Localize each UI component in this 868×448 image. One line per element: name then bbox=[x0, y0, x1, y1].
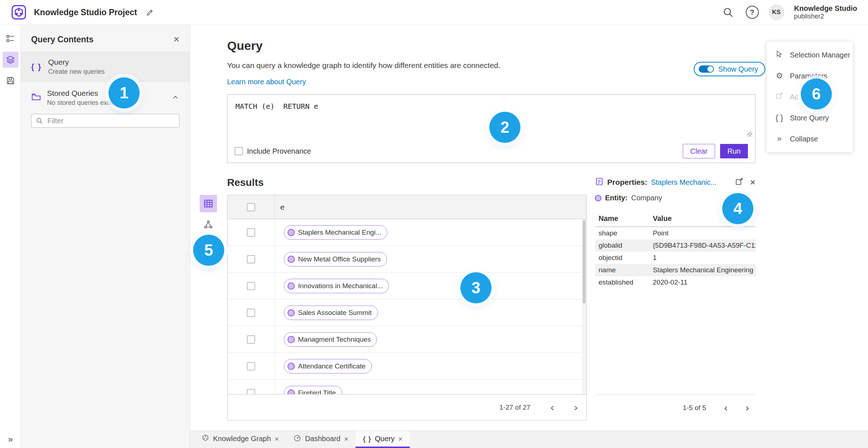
layers-icon[interactable] bbox=[3, 52, 18, 68]
entity-circle-icon bbox=[595, 195, 601, 201]
query-editor-input[interactable]: MATCH (e) RETURN e bbox=[227, 95, 755, 118]
learn-more-link[interactable]: Learn more about Query bbox=[227, 78, 306, 86]
search-icon[interactable] bbox=[720, 5, 736, 20]
callout-badge-3: 3 bbox=[460, 272, 492, 303]
stored-queries-label: Stored Queries bbox=[47, 89, 166, 98]
query-contents-panel: Query Contents × { } Query Create new qu… bbox=[21, 25, 190, 448]
results-pagination: 1-27 of 27 ‹ › bbox=[227, 394, 586, 420]
menu-collapse[interactable]: » Collapse bbox=[767, 128, 853, 149]
property-name: name bbox=[595, 266, 649, 274]
property-row: name Staplers Mechanical Engineering bbox=[595, 264, 756, 276]
edit-title-icon[interactable] bbox=[146, 8, 154, 17]
callout-badge-4: 4 bbox=[722, 193, 753, 224]
entity-chip-label: New Metal Office Suppliers bbox=[298, 255, 381, 263]
chevron-right-icon[interactable]: › bbox=[746, 403, 749, 413]
table-row: Innovations in Mechanical... bbox=[227, 273, 586, 299]
row-checkbox[interactable] bbox=[247, 255, 255, 263]
callout-badge-6: 6 bbox=[801, 78, 832, 110]
filter-input[interactable] bbox=[31, 114, 179, 128]
close-icon[interactable]: × bbox=[275, 435, 279, 443]
user-info: Knowledge Studio publisher2 bbox=[794, 4, 857, 21]
include-provenance-label: Include Provenance bbox=[247, 147, 311, 155]
close-icon[interactable]: × bbox=[344, 435, 348, 443]
entity-chip[interactable]: New Metal Office Suppliers bbox=[284, 252, 387, 266]
icon-rail: » bbox=[0, 25, 21, 448]
property-name: shape bbox=[595, 229, 649, 237]
chevron-left-icon[interactable]: ‹ bbox=[550, 402, 554, 413]
braces-icon: { } bbox=[31, 62, 42, 72]
menu-selection-manager[interactable]: Selection Manager bbox=[767, 44, 853, 65]
results-scrollbar[interactable] bbox=[582, 219, 586, 394]
user-name: Knowledge Studio bbox=[794, 4, 857, 13]
row-checkbox[interactable] bbox=[247, 282, 255, 290]
table-row: Sales Associate Summit bbox=[227, 299, 586, 326]
close-properties-icon[interactable]: × bbox=[750, 178, 756, 187]
property-row: established 2020-02-11 bbox=[595, 276, 756, 289]
table-row: Attendance Certificate bbox=[227, 353, 586, 380]
filter-search-icon bbox=[35, 117, 43, 126]
save-icon[interactable] bbox=[3, 73, 18, 89]
entity-chip[interactable]: Attendance Certificate bbox=[284, 359, 372, 374]
menu-item-label: Collapse bbox=[790, 135, 818, 143]
table-view-icon[interactable] bbox=[200, 195, 217, 212]
braces-icon: { } bbox=[775, 113, 784, 123]
expand-rail-icon[interactable]: » bbox=[0, 434, 21, 444]
toggle-switch[interactable] bbox=[699, 65, 714, 73]
entity-chip[interactable]: Staplers Mechanical Engi... bbox=[284, 225, 387, 240]
results-pagination-label: 1-27 of 27 bbox=[499, 404, 531, 411]
entity-type: Company bbox=[631, 194, 662, 202]
row-checkbox[interactable] bbox=[247, 336, 255, 344]
properties-table: Name Value shape Point globalid {5D9B471… bbox=[595, 212, 756, 289]
close-panel-icon[interactable]: × bbox=[174, 34, 179, 44]
graph-view-icon[interactable] bbox=[200, 216, 217, 233]
tab-knowledge-graph[interactable]: Knowledge Graph × bbox=[194, 431, 286, 448]
folder-icon bbox=[31, 92, 41, 104]
clear-button[interactable]: Clear bbox=[683, 144, 715, 158]
show-query-toggle[interactable]: Show Query bbox=[694, 62, 765, 76]
menu-store-query[interactable]: { } Store Query bbox=[767, 107, 853, 128]
row-checkbox[interactable] bbox=[247, 362, 255, 370]
chevron-right-icon[interactable]: › bbox=[574, 402, 578, 413]
stored-queries-section[interactable]: Stored Queries No stored queries exist bbox=[21, 82, 190, 112]
entity-chip[interactable]: Sales Associate Summit bbox=[284, 306, 378, 320]
entity-chip-label: Sales Associate Summit bbox=[298, 309, 372, 317]
resize-handle[interactable] bbox=[747, 132, 752, 137]
user-role: publisher2 bbox=[794, 13, 857, 21]
avatar[interactable]: KS bbox=[769, 5, 784, 20]
selection-manager-icon bbox=[775, 50, 784, 60]
select-all-checkbox[interactable] bbox=[247, 203, 255, 211]
entity-chip[interactable]: Innovations in Mechanical... bbox=[284, 279, 389, 293]
table-row: New Metal Office Suppliers bbox=[227, 246, 586, 273]
callout-badge-1: 1 bbox=[109, 77, 140, 108]
row-checkbox[interactable] bbox=[247, 309, 255, 317]
chevron-left-icon[interactable]: ‹ bbox=[724, 403, 727, 413]
collapse-icon: » bbox=[775, 134, 784, 144]
top-bar: Knowledge Studio Project ? KS Knowledge … bbox=[0, 0, 868, 25]
include-provenance-checkbox[interactable] bbox=[235, 147, 243, 155]
entity-chip-label: Innovations in Mechanical... bbox=[298, 282, 383, 290]
sidebar-item-query[interactable]: { } Query Create new queries bbox=[21, 52, 190, 82]
gear-icon: ⚙ bbox=[775, 71, 784, 81]
add-to-new-icon bbox=[775, 92, 784, 102]
properties-entity-link[interactable]: Staplers Mechanic... bbox=[651, 178, 716, 187]
property-value: {5D9B4713-F98D-4A53-A59F-C11... bbox=[649, 242, 756, 249]
entity-chip[interactable]: Managment Techniques bbox=[284, 332, 377, 347]
close-icon[interactable]: × bbox=[398, 435, 403, 443]
chevron-up-icon[interactable] bbox=[171, 93, 179, 103]
help-icon[interactable]: ? bbox=[746, 6, 759, 19]
row-checkbox[interactable] bbox=[247, 389, 255, 394]
table-row: Staplers Mechanical Engi... bbox=[227, 219, 586, 246]
property-name: objectid bbox=[595, 254, 649, 262]
entity-chip[interactable]: Firebird Title bbox=[284, 386, 342, 394]
tab-dashboard[interactable]: Dashboard × bbox=[286, 431, 356, 448]
run-button[interactable]: Run bbox=[720, 144, 748, 158]
row-checkbox[interactable] bbox=[247, 229, 255, 236]
contents-tree-icon[interactable] bbox=[3, 31, 18, 47]
menu-item-label: Store Query bbox=[790, 114, 829, 122]
tab-query[interactable]: { } Query × bbox=[356, 431, 410, 448]
add-to-new-icon[interactable] bbox=[735, 177, 744, 187]
property-name: globalid bbox=[595, 242, 649, 249]
scrollbar-thumb[interactable] bbox=[583, 220, 586, 303]
property-row: shape Point bbox=[595, 227, 756, 239]
tab-label: Dashboard bbox=[305, 435, 340, 443]
